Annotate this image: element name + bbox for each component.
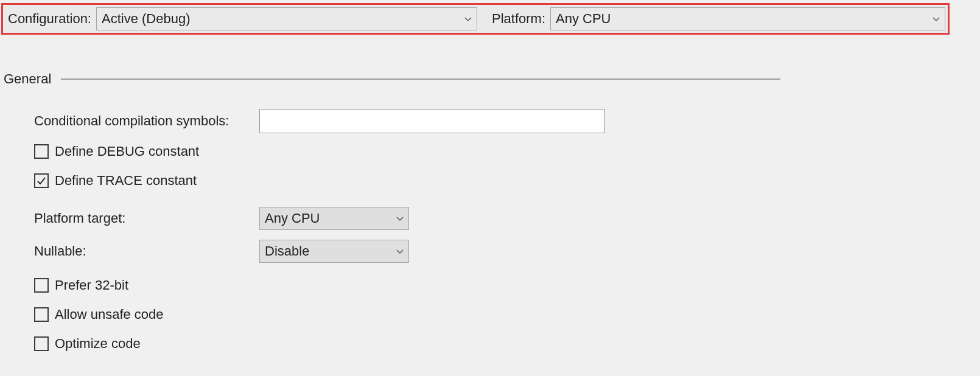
allow-unsafe-label: Allow unsafe code [55,307,164,322]
nullable-value: Disable [265,243,309,259]
nullable-dropdown[interactable]: Disable [259,240,409,263]
configuration-dropdown-value: Active (Debug) [102,11,191,27]
section-rule [61,78,780,80]
platform-target-row: Platform target: Any CPU [34,206,976,231]
build-settings-panel: General Conditional compilation symbols:… [0,71,980,353]
section-title: General [4,71,61,87]
chevron-down-icon [931,14,941,24]
prefer32-checkbox[interactable] [34,278,49,293]
general-form: Conditional compilation symbols: Define … [34,109,976,353]
allow-unsafe-checkbox[interactable] [34,307,49,322]
define-trace-label: Define TRACE constant [55,173,197,189]
conditional-symbols-input[interactable] [259,109,605,133]
optimize-row: Optimize code [34,334,976,353]
nullable-label: Nullable: [34,243,86,259]
chevron-down-icon [463,14,473,24]
optimize-checkbox[interactable] [34,336,49,351]
define-trace-checkbox[interactable] [34,173,49,188]
allow-unsafe-row: Allow unsafe code [34,305,976,324]
prefer32-label: Prefer 32-bit [55,277,128,293]
configuration-dropdown[interactable]: Active (Debug) [96,7,477,30]
configuration-label: Configuration: [5,11,96,27]
config-platform-bar: Configuration: Active (Debug) Platform: … [1,3,950,35]
define-trace-row: Define TRACE constant [34,171,976,190]
platform-dropdown[interactable]: Any CPU [550,7,945,30]
define-debug-checkbox[interactable] [34,144,49,159]
chevron-down-icon [395,214,405,223]
platform-label: Platform: [489,11,550,27]
define-debug-label: Define DEBUG constant [55,144,199,159]
platform-dropdown-value: Any CPU [556,11,611,27]
conditional-symbols-label: Conditional compilation symbols: [34,113,229,129]
nullable-row: Nullable: Disable [34,239,976,263]
optimize-label: Optimize code [55,336,141,352]
section-header-general: General [4,71,780,87]
platform-target-value: Any CPU [265,211,320,226]
conditional-symbols-row: Conditional compilation symbols: [34,109,976,133]
platform-target-label: Platform target: [34,211,125,226]
define-debug-row: Define DEBUG constant [34,142,976,161]
chevron-down-icon [395,246,405,256]
platform-target-dropdown[interactable]: Any CPU [259,207,409,230]
prefer32-row: Prefer 32-bit [34,276,976,295]
